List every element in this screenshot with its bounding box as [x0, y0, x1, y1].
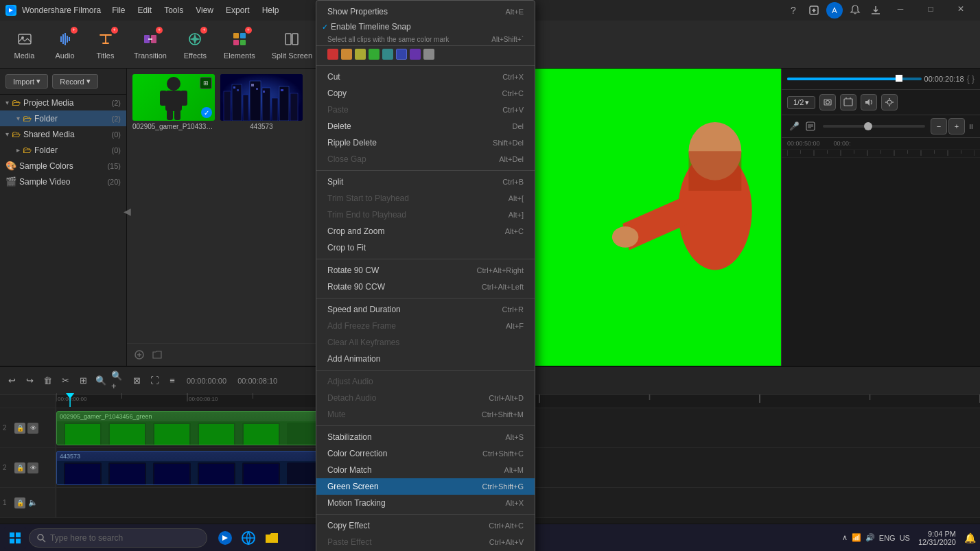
mute-label: Mute — [327, 410, 346, 419]
ctx-show-properties[interactable]: Show Properties Alt+E — [316, 3, 535, 20]
cut-label: Cut — [327, 72, 340, 82]
ctx-trim-start: Trim Start to Playhead Alt+[ — [316, 190, 535, 207]
ctx-color-marks-row: Select all clips with the same color mar… — [316, 34, 535, 46]
rotate-ccw-label: Rotate 90 CCW — [327, 282, 385, 292]
color-match-shortcut: Alt+M — [504, 466, 524, 474]
ctx-color-correction[interactable]: Color Correction Ctrl+Shift+C — [316, 445, 535, 462]
swatch-yellow[interactable] — [355, 49, 366, 60]
rotate-ccw-shortcut: Ctrl+Alt+Left — [482, 283, 524, 291]
swatch-orange[interactable] — [341, 49, 352, 60]
swatch-green[interactable] — [369, 49, 380, 60]
ctx-paste-effect: Paste Effect Ctrl+Alt+V — [316, 534, 535, 550]
copy-label: Copy — [327, 89, 347, 98]
ctx-mute: Mute Ctrl+Shift+M — [316, 406, 535, 423]
cut-shortcut: Ctrl+X — [502, 73, 524, 81]
green-screen-shortcut: Ctrl+Shift+G — [482, 482, 524, 491]
split-label: Split — [327, 177, 343, 187]
paste-effect-shortcut: Ctrl+Alt+V — [489, 538, 524, 546]
detach-audio-shortcut: Ctrl+Alt+D — [489, 394, 524, 402]
motion-tracking-shortcut: Alt+X — [505, 499, 524, 507]
rotate-cw-shortcut: Ctrl+Alt+Right — [477, 266, 524, 274]
ctx-speed-duration[interactable]: Speed and Duration Ctrl+R — [316, 301, 535, 318]
ctx-split[interactable]: Split Ctrl+B — [316, 174, 535, 190]
ctx-motion-tracking[interactable]: Motion Tracking Alt+X — [316, 495, 535, 511]
ctx-sep-2 — [316, 170, 535, 171]
swatch-blue[interactable] — [396, 49, 407, 60]
motion-tracking-label: Motion Tracking — [327, 498, 386, 508]
crop-zoom-shortcut: Alt+C — [505, 227, 524, 235]
ctx-copy-effect[interactable]: Copy Effect Ctrl+Alt+C — [316, 517, 535, 534]
ripple-delete-shortcut: Shift+Del — [493, 139, 524, 147]
ctx-add-freeze: Add Freeze Frame Alt+F — [316, 318, 535, 334]
ctx-adjust-audio: Adjust Audio — [316, 373, 535, 390]
clear-keyframes-label: Clear All Keyframes — [327, 338, 399, 347]
ctx-delete[interactable]: Delete Del — [316, 118, 535, 134]
copy-shortcut: Ctrl+C — [502, 89, 524, 97]
stabilization-label: Stabilization — [327, 432, 372, 442]
trim-start-label: Trim Start to Playhead — [327, 194, 409, 203]
paste-effect-label: Paste Effect — [327, 537, 371, 547]
ctx-detach-audio: Detach Audio Ctrl+Alt+D — [316, 390, 535, 406]
stabilization-shortcut: Alt+S — [505, 433, 524, 441]
show-properties-label: Show Properties — [327, 7, 388, 16]
color-marks-label: Select all clips with the same color mar… — [327, 36, 449, 43]
add-freeze-shortcut: Alt+F — [506, 322, 524, 330]
ctx-timeline-snap-row: ✓ Enable Timeline Snap — [316, 20, 535, 34]
color-swatches-row — [316, 46, 535, 62]
show-properties-shortcut: Alt+E — [505, 8, 524, 16]
split-shortcut: Ctrl+B — [502, 178, 524, 186]
ctx-sep-1 — [316, 65, 535, 66]
ctx-sep-6 — [316, 425, 535, 426]
ctx-sep-5 — [316, 370, 535, 371]
ctx-stabilization[interactable]: Stabilization Alt+S — [316, 429, 535, 445]
close-gap-label: Close Gap — [327, 154, 366, 164]
ctx-copy[interactable]: Copy Ctrl+C — [316, 85, 535, 102]
delete-shortcut: Del — [512, 122, 524, 130]
swatch-gray[interactable] — [423, 49, 434, 60]
paste-label: Paste — [327, 105, 349, 115]
speed-duration-shortcut: Ctrl+R — [502, 305, 524, 314]
ctx-add-animation[interactable]: Add Animation — [316, 351, 535, 367]
ctx-crop-zoom[interactable]: Crop and Zoom Alt+C — [316, 223, 535, 239]
add-freeze-label: Add Freeze Frame — [327, 321, 396, 331]
ripple-delete-label: Ripple Delete — [327, 138, 377, 148]
ctx-sep-3 — [316, 259, 535, 259]
speed-duration-label: Speed and Duration — [327, 305, 401, 314]
ctx-rotate-ccw[interactable]: Rotate 90 CCW Ctrl+Alt+Left — [316, 279, 535, 295]
adjust-audio-label: Adjust Audio — [327, 377, 373, 386]
crop-fit-label: Crop to Fit — [327, 243, 366, 253]
ctx-enable-snap[interactable]: ✓ Enable Timeline Snap — [322, 22, 411, 32]
ctx-trim-end: Trim End to Playhead Alt+] — [316, 207, 535, 223]
trim-end-shortcut: Alt+] — [509, 211, 524, 219]
context-menu-overlay[interactable]: Show Properties Alt+E ✓ Enable Timeline … — [0, 0, 980, 551]
ctx-sep-4 — [316, 298, 535, 298]
ctx-cut[interactable]: Cut Ctrl+X — [316, 69, 535, 85]
enable-snap-label: Enable Timeline Snap — [331, 22, 411, 32]
color-marks-shortcut: Alt+Shift+` — [491, 36, 524, 43]
ctx-close-gap: Close Gap Alt+Del — [316, 151, 535, 167]
crop-zoom-label: Crop and Zoom — [327, 226, 384, 236]
ctx-green-screen[interactable]: Green Screen Ctrl+Shift+G — [316, 478, 535, 495]
add-animation-label: Add Animation — [327, 354, 380, 364]
paste-shortcut: Ctrl+V — [502, 106, 524, 114]
color-match-label: Color Match — [327, 465, 372, 475]
ctx-clear-keyframes: Clear All Keyframes — [316, 334, 535, 351]
trim-start-shortcut: Alt+[ — [509, 194, 524, 202]
ctx-ripple-delete[interactable]: Ripple Delete Shift+Del — [316, 134, 535, 151]
trim-end-label: Trim End to Playhead — [327, 210, 406, 220]
copy-effect-shortcut: Ctrl+Alt+C — [489, 521, 524, 530]
swatch-purple[interactable] — [410, 49, 421, 60]
delete-label: Delete — [327, 121, 351, 131]
rotate-cw-label: Rotate 90 CW — [327, 266, 379, 275]
ctx-color-match[interactable]: Color Match Alt+M — [316, 462, 535, 478]
ctx-crop-fit[interactable]: Crop to Fit — [316, 239, 535, 256]
mute-shortcut: Ctrl+Shift+M — [482, 410, 524, 419]
detach-audio-label: Detach Audio — [327, 393, 376, 403]
ctx-sep-7 — [316, 514, 535, 515]
color-correction-shortcut: Ctrl+Shift+C — [482, 449, 524, 458]
swatch-red[interactable] — [327, 49, 338, 60]
green-screen-label: Green Screen — [327, 482, 379, 491]
swatch-teal[interactable] — [382, 49, 393, 60]
ctx-rotate-cw[interactable]: Rotate 90 CW Ctrl+Alt+Right — [316, 262, 535, 279]
snap-checkmark: ✓ — [322, 23, 328, 32]
